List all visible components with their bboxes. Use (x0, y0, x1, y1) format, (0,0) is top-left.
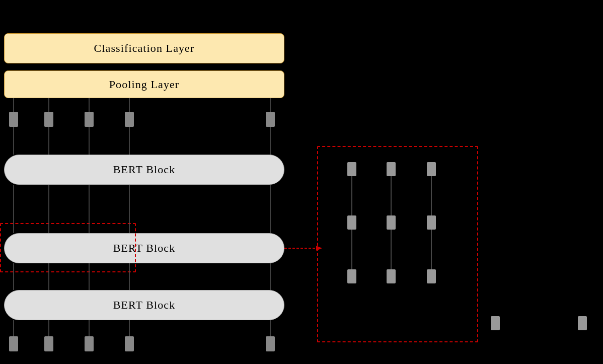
inner-token (387, 162, 396, 176)
right-panel-box (317, 146, 478, 342)
inner-token (427, 269, 436, 283)
inner-token-extra (578, 316, 587, 330)
pooling-layer-box: Pooling Layer (4, 70, 284, 98)
inner-token (347, 215, 356, 230)
token-box (85, 112, 94, 127)
bert-block-2-highlight (0, 223, 136, 272)
token-box (125, 112, 134, 127)
diagram-container: Classification Layer Pooling Layer BERT … (0, 0, 603, 364)
bert-block-1: BERT Block (4, 155, 284, 185)
inner-token (427, 162, 436, 176)
classification-layer-label: Classification Layer (94, 42, 195, 55)
pooling-layer-label: Pooling Layer (109, 78, 180, 91)
token-box-bottom (266, 336, 275, 351)
bert-block-3-label: BERT Block (113, 299, 176, 312)
inner-token (427, 215, 436, 230)
inner-token (387, 269, 396, 283)
token-box (44, 112, 53, 127)
token-box-bottom (44, 336, 53, 351)
inner-token-extra (491, 316, 500, 330)
bert-block-3: BERT Block (4, 290, 284, 320)
classification-layer-box: Classification Layer (4, 33, 284, 63)
inner-token (347, 162, 356, 176)
token-box (266, 112, 275, 127)
token-box-bottom (125, 336, 134, 351)
inner-token (347, 269, 356, 283)
token-box-bottom (9, 336, 18, 351)
token-box-bottom (85, 336, 94, 351)
bert-block-1-label: BERT Block (113, 163, 176, 176)
token-box (9, 112, 18, 127)
inner-token (387, 215, 396, 230)
